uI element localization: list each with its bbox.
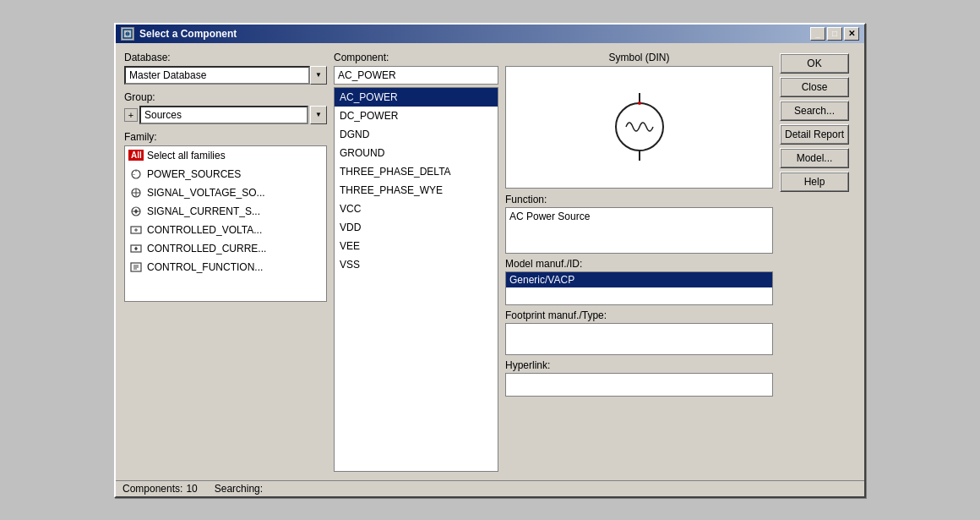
searching-label: Searching: <box>215 483 263 495</box>
family-item-signal-current[interactable]: SIGNAL_CURRENT_S... <box>125 202 326 221</box>
close-window-button[interactable]: ✕ <box>844 27 859 41</box>
signal-voltage-icon <box>128 186 144 200</box>
footprint-box <box>505 323 773 355</box>
title-bar-controls: _ □ ✕ <box>810 27 859 41</box>
group-field[interactable]: Sources <box>139 106 308 124</box>
component-input[interactable] <box>334 66 498 85</box>
svg-text:~: ~ <box>132 172 135 178</box>
title-bar-text: Select a Component <box>121 27 237 41</box>
component-item-ground[interactable]: GROUND <box>335 144 498 162</box>
family-item-controlled-curre[interactable]: CONTROLLED_CURRE... <box>125 239 326 258</box>
status-bar: Components: 10 Searching: <box>116 480 864 496</box>
database-label: Database: <box>124 52 327 63</box>
svg-marker-11 <box>134 209 138 214</box>
family-item-signal-voltage-label: SIGNAL_VOLTAGE_SO... <box>147 187 265 199</box>
search-button[interactable]: Search... <box>780 101 849 121</box>
group-label: Group: <box>124 91 327 103</box>
middle-panel: Component: AC_POWER DC_POWER DGND GROUND… <box>334 52 498 472</box>
signal-current-icon <box>128 205 144 218</box>
database-dropdown-arrow[interactable]: ▼ <box>310 66 327 85</box>
component-item-vss[interactable]: VSS <box>335 255 498 274</box>
family-item-controlled-volta-label: CONTROLLED_VOLTA... <box>147 224 262 236</box>
component-item-vdd[interactable]: VDD <box>335 218 498 237</box>
function-text-box: AC Power Source <box>505 207 773 254</box>
ok-button[interactable]: OK <box>780 53 849 74</box>
group-row: + Sources ▼ <box>124 106 327 124</box>
restore-button[interactable]: □ <box>827 27 842 41</box>
hyperlink-box <box>505 373 773 397</box>
group-plus-button[interactable]: + <box>124 108 138 122</box>
family-list: All Select all families ~ POWER_SOURCES <box>124 145 327 302</box>
function-section: Function: AC Power Source <box>505 194 773 254</box>
component-item-three-phase-wye[interactable]: THREE_PHASE_WYE <box>335 181 498 200</box>
control-function-icon <box>128 260 144 274</box>
controlled-volta-icon <box>128 223 144 237</box>
component-item-dgnd[interactable]: DGND <box>335 125 498 144</box>
family-item-control-function-label: CONTROL_FUNCTION... <box>147 261 263 273</box>
select-component-dialog: Select a Component _ □ ✕ Database: Maste… <box>114 23 866 498</box>
component-item-vee[interactable]: VEE <box>335 237 498 255</box>
family-item-controlled-curre-label: CONTROLLED_CURRE... <box>147 243 266 255</box>
family-label: Family: <box>124 131 327 143</box>
family-item-control-function[interactable]: CONTROL_FUNCTION... <box>125 258 326 276</box>
all-icon: All <box>128 149 144 162</box>
dialog-icon <box>121 27 134 41</box>
help-button[interactable]: Help <box>780 172 849 192</box>
components-status-label: Components: <box>122 483 182 495</box>
family-item-all[interactable]: All Select all families <box>125 146 326 165</box>
model-box: Generic/VACP <box>505 271 773 305</box>
family-item-signal-current-label: SIGNAL_CURRENT_S... <box>147 205 260 217</box>
component-item-ac-power[interactable]: AC_POWER <box>335 88 498 107</box>
component-item-dc-power[interactable]: DC_POWER <box>335 107 498 125</box>
searching-status: Searching: <box>215 483 263 495</box>
minimize-button[interactable]: _ <box>810 27 825 41</box>
buttons-panel: OK Close Search... Detail Report Model..… <box>780 52 856 472</box>
close-button[interactable]: Close <box>780 77 849 97</box>
components-count: 10 <box>186 483 197 495</box>
family-item-signal-voltage[interactable]: SIGNAL_VOLTAGE_SO... <box>125 183 326 202</box>
model-section: Model manuf./ID: Generic/VACP <box>505 258 773 305</box>
function-value: AC Power Source <box>509 211 590 222</box>
family-item-power-sources[interactable]: ~ POWER_SOURCES <box>125 165 326 183</box>
dialog-content: Database: Master Database ▼ Group: + Sou… <box>116 43 864 480</box>
database-dropdown-wrapper: Master Database ▼ <box>124 66 327 85</box>
model-button[interactable]: Model... <box>780 148 849 168</box>
component-label: Component: <box>334 52 498 63</box>
title-bar: Select a Component _ □ ✕ <box>116 25 864 43</box>
function-label: Function: <box>505 194 773 205</box>
components-status: Components: 10 <box>122 483 198 495</box>
model-label: Model manuf./ID: <box>505 258 773 270</box>
footprint-label: Footprint manuf./Type: <box>505 309 773 321</box>
ac-power-symbol <box>597 85 682 169</box>
model-selected-item[interactable]: Generic/VACP <box>506 272 772 287</box>
symbol-label: Symbol (DIN) <box>505 52 773 63</box>
right-panel: Symbol (DIN) Function: <box>505 52 773 472</box>
family-item-power-label: POWER_SOURCES <box>147 168 241 180</box>
group-dropdown-arrow[interactable]: ▼ <box>310 106 327 124</box>
component-list: AC_POWER DC_POWER DGND GROUND THREE_PHAS… <box>334 87 498 472</box>
footprint-section: Footprint manuf./Type: <box>505 309 773 355</box>
family-item-controlled-volta[interactable]: CONTROLLED_VOLTA... <box>125 221 326 239</box>
svg-point-23 <box>638 101 641 105</box>
hyperlink-label: Hyperlink: <box>505 359 773 371</box>
detail-report-button[interactable]: Detail Report <box>780 124 849 145</box>
hyperlink-section: Hyperlink: <box>505 359 773 397</box>
family-item-all-label: Select all families <box>147 150 226 161</box>
component-item-vcc[interactable]: VCC <box>335 200 498 218</box>
symbol-box <box>505 66 773 189</box>
svg-marker-16 <box>134 246 138 250</box>
dialog-title: Select a Component <box>139 28 237 40</box>
power-sources-icon: ~ <box>128 167 144 181</box>
controlled-curre-icon <box>128 242 144 255</box>
left-panel: Database: Master Database ▼ Group: + Sou… <box>124 52 327 472</box>
database-field[interactable]: Master Database <box>124 66 310 85</box>
component-item-three-phase-delta[interactable]: THREE_PHASE_DELTA <box>335 162 498 181</box>
